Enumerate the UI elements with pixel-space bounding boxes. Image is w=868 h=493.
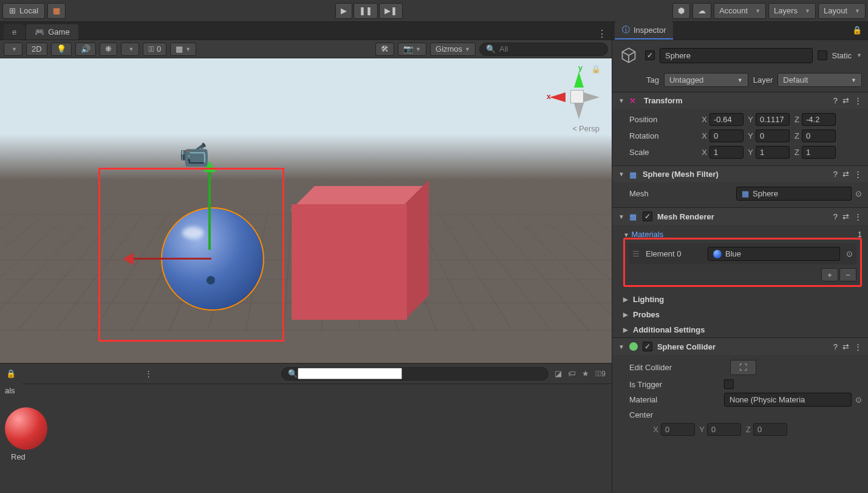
fx-dropdown[interactable] (121, 43, 140, 56)
project-kebab[interactable]: ⋮ (145, 369, 152, 378)
services-button[interactable]: ⬢ (672, 3, 690, 19)
mesh-filter-header[interactable]: ▼ ▦ Sphere (Mesh Filter) ? ⇄ ⋮ (612, 166, 868, 182)
mesh-renderer-enabled-checkbox[interactable] (643, 212, 652, 221)
gizmo-z-handle[interactable] (207, 276, 215, 284)
cube-object[interactable] (292, 192, 413, 314)
account-dropdown[interactable]: Account (714, 3, 766, 19)
filter-favorite-icon[interactable]: ★ (582, 369, 589, 378)
viewport-lock-icon[interactable]: 🔒 (591, 64, 601, 74)
static-checkbox[interactable] (818, 50, 827, 60)
viewcube-center[interactable] (570, 90, 584, 103)
remove-material-button[interactable]: − (839, 268, 856, 281)
tools-button[interactable]: 🛠 (375, 43, 394, 56)
layer-dropdown[interactable]: Default▼ (777, 73, 862, 87)
pivot-local-button[interactable]: ⊞ Local (2, 3, 45, 19)
pause-button[interactable]: ❚❚ (354, 3, 378, 19)
phys-material-field[interactable]: None (Physic Materia (724, 393, 852, 407)
gizmos-dropdown[interactable]: Gizmos (430, 43, 476, 56)
sphere-collider-header[interactable]: ▼ Sphere Collider ? ⇄ ⋮ (612, 338, 868, 355)
preset-icon[interactable]: ⇄ (842, 342, 849, 351)
viewcube-x-cone[interactable] (550, 92, 566, 102)
scene-viewport[interactable]: 📹 🔒 y x < Persp (0, 58, 612, 363)
additional-settings-foldout[interactable]: ▶Additional Settings (612, 322, 868, 337)
preset-icon[interactable]: ⇄ (842, 96, 849, 105)
lighting-toggle[interactable]: 💡 (51, 43, 72, 56)
mesh-field[interactable]: ▦ Sphere (736, 187, 852, 201)
material-asset-red[interactable] (5, 407, 47, 450)
gameobject-name-field[interactable] (660, 48, 813, 63)
component-menu-icon[interactable]: ⋮ (854, 170, 862, 179)
rotation-z-field[interactable] (802, 129, 836, 142)
gizmo-y-arrow[interactable] (208, 171, 211, 250)
scene-search-input[interactable] (499, 44, 601, 53)
layout-dropdown[interactable]: Layout (818, 3, 866, 19)
inspector-lock-icon[interactable]: 🔒 (852, 26, 862, 35)
rotation-x-field[interactable] (709, 129, 743, 142)
scale-y-field[interactable] (756, 146, 790, 159)
scene-search[interactable]: 🔍 (479, 43, 608, 56)
sphere-collider-enabled-checkbox[interactable] (643, 342, 652, 351)
center-z-field[interactable] (753, 423, 787, 436)
add-material-button[interactable]: + (821, 268, 838, 281)
position-x-field[interactable] (709, 113, 743, 126)
help-icon[interactable]: ? (833, 212, 838, 221)
grid-dropdown[interactable]: ▦ (170, 43, 196, 56)
help-icon[interactable]: ? (833, 96, 838, 105)
camera-dropdown[interactable]: 📷 (398, 43, 426, 56)
fx-toggle[interactable]: ❋ (100, 43, 117, 56)
projection-label[interactable]: < Persp (573, 124, 600, 133)
mesh-renderer-header[interactable]: ▼ ▦ Mesh Renderer ? ⇄ ⋮ (612, 208, 868, 225)
project-search[interactable]: 🔍 (281, 367, 548, 381)
project-tab-partial[interactable]: als (0, 384, 22, 398)
tab-kebab-menu[interactable]: ⋮ (597, 28, 607, 40)
component-menu-icon[interactable]: ⋮ (854, 96, 862, 105)
preset-icon[interactable]: ⇄ (842, 212, 849, 221)
component-menu-icon[interactable]: ⋮ (854, 212, 862, 221)
help-icon[interactable]: ? (833, 170, 838, 179)
2d-toggle[interactable]: 2D (26, 43, 47, 56)
is-trigger-checkbox[interactable] (724, 379, 734, 389)
layers-dropdown[interactable]: Layers (768, 3, 816, 19)
gizmo-x-arrow[interactable] (132, 258, 211, 260)
lighting-foldout[interactable]: ▶Lighting (612, 292, 868, 307)
component-menu-icon[interactable]: ⋮ (854, 342, 862, 351)
scale-x-field[interactable] (709, 146, 743, 159)
material-picker-icon[interactable]: ⊙ (846, 249, 853, 258)
shading-dropdown[interactable] (4, 43, 22, 56)
view-gizmo[interactable] (570, 90, 584, 105)
gameobject-active-checkbox[interactable] (645, 50, 655, 60)
help-icon[interactable]: ? (833, 342, 838, 351)
position-z-field[interactable] (802, 113, 836, 126)
preset-icon[interactable]: ⇄ (842, 170, 849, 179)
rotation-y-field[interactable] (756, 129, 790, 142)
transform-header[interactable]: ▼ ⤧ Transform ? ⇄ ⋮ (612, 92, 868, 109)
mesh-picker-icon[interactable]: ⊙ (855, 189, 862, 198)
tab-game[interactable]: 🎮 Game (26, 24, 78, 40)
edit-collider-button[interactable]: ⛶ (730, 360, 756, 375)
scale-z-field[interactable] (802, 146, 836, 159)
material-element0-field[interactable]: Blue (708, 247, 840, 261)
hidden-objects[interactable]: 👁̸0 (143, 43, 166, 56)
phys-material-picker-icon[interactable]: ⊙ (855, 395, 862, 404)
project-lock-icon[interactable]: 🔒 (6, 369, 16, 378)
center-y-field[interactable] (707, 423, 741, 436)
project-search-input[interactable] (298, 368, 402, 379)
tag-dropdown[interactable]: Untagged▼ (664, 73, 748, 87)
static-dropdown-arrow[interactable]: ▼ (856, 52, 862, 58)
tab-scene-partial[interactable]: e (4, 24, 25, 40)
drag-handle-icon[interactable]: ☰ (632, 249, 640, 258)
gameobject-icon[interactable] (618, 45, 639, 66)
hidden-assets[interactable]: 👁̸9 (595, 369, 606, 378)
step-button[interactable]: ▶❚ (379, 3, 403, 19)
play-button[interactable]: ▶ (335, 3, 352, 19)
filter-label-icon[interactable]: 🏷 (568, 369, 576, 378)
tab-inspector[interactable]: ⓘ Inspector (615, 21, 673, 40)
position-y-field[interactable] (756, 113, 790, 126)
probes-foldout[interactable]: ▶Probes (612, 307, 868, 322)
viewcube-y-cone[interactable] (574, 72, 584, 88)
grid-snap-button[interactable]: ▦ (47, 3, 66, 19)
viewcube-neg-x-cone[interactable] (584, 92, 600, 102)
audio-toggle[interactable]: 🔊 (75, 43, 96, 56)
cloud-button[interactable]: ☁ (692, 3, 711, 19)
filter-hierarchy-icon[interactable]: ◪ (555, 369, 562, 378)
